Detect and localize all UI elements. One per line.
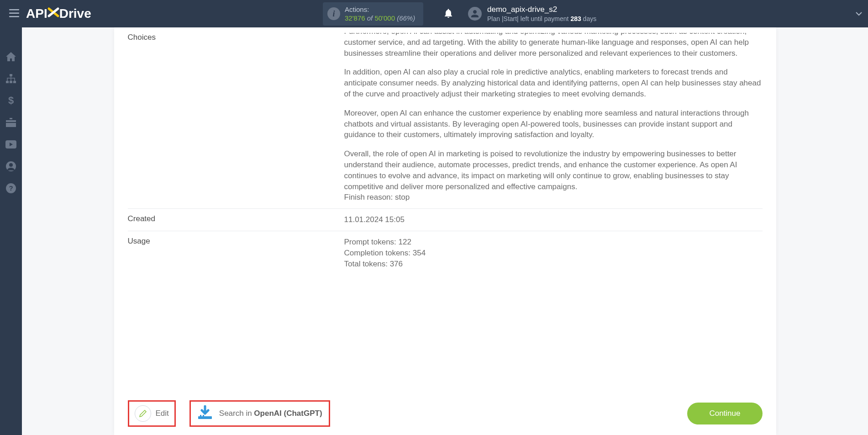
svg-text:$: $ xyxy=(8,95,14,106)
content-area: Choices Furthermore, open AI can assist … xyxy=(22,27,868,435)
search-openai-button[interactable]: Search in OpenAI (ChatGPT) xyxy=(189,400,330,427)
info-icon: i xyxy=(327,7,340,20)
svg-text:?: ? xyxy=(9,184,13,192)
logo-api: API xyxy=(26,6,47,21)
continue-button[interactable]: Continue xyxy=(687,403,762,424)
sidebar-youtube-icon[interactable] xyxy=(0,133,22,155)
svg-rect-15 xyxy=(203,415,204,416)
actions-label: Actions: xyxy=(345,5,415,14)
content-panel: Choices Furthermore, open AI can assist … xyxy=(114,27,776,435)
notifications-bell-icon[interactable] xyxy=(444,8,453,20)
sidebar-flow-icon[interactable] xyxy=(0,68,22,90)
user-name: demo_apix-drive_s2 xyxy=(487,5,596,15)
sidebar-dollar-icon[interactable]: $ xyxy=(0,90,22,111)
choices-label: Choices xyxy=(128,33,344,42)
user-plan: Plan |Start| left until payment 283 days xyxy=(487,15,596,23)
svg-rect-1 xyxy=(9,13,19,14)
sidebar-user-icon[interactable] xyxy=(0,155,22,177)
svg-rect-3 xyxy=(10,74,12,76)
user-avatar-icon xyxy=(468,7,482,21)
edit-button[interactable]: Edit xyxy=(128,400,176,427)
top-header: API Drive i Actions: 32'876 of 50'000 (6… xyxy=(0,0,868,27)
download-icon xyxy=(197,405,213,422)
svg-rect-5 xyxy=(10,81,12,83)
choices-value: Furthermore, open AI can assist in autom… xyxy=(344,33,763,203)
pencil-icon xyxy=(135,405,151,422)
actions-counter[interactable]: i Actions: 32'876 of 50'000 (66%) xyxy=(323,2,423,26)
footer-bar: Edit Search in OpenAI (ChatGPT) Continue xyxy=(114,392,776,435)
svg-rect-14 xyxy=(200,415,201,416)
sidebar-briefcase-icon[interactable] xyxy=(0,111,22,133)
logo-drive: Drive xyxy=(59,6,91,21)
usage-label: Usage xyxy=(128,237,344,269)
sidebar-help-icon[interactable]: ? xyxy=(0,177,22,199)
sidebar-home-icon[interactable] xyxy=(0,46,22,68)
user-section[interactable]: demo_apix-drive_s2 Plan |Start| left unt… xyxy=(468,5,596,23)
created-label: Created xyxy=(128,214,344,225)
usage-value: Prompt tokens: 122 Completion tokens: 35… xyxy=(344,237,763,269)
row-usage: Usage Prompt tokens: 122 Completion toke… xyxy=(128,231,763,275)
actions-text: Actions: 32'876 of 50'000 (66%) xyxy=(345,5,415,23)
actions-numbers: 32'876 of 50'000 (66%) xyxy=(345,14,415,23)
logo-x-icon xyxy=(47,5,60,22)
hamburger-menu-icon[interactable] xyxy=(5,7,24,20)
left-sidebar: $ ? xyxy=(0,27,22,435)
svg-rect-0 xyxy=(9,9,19,11)
svg-rect-13 xyxy=(198,416,212,419)
row-choices: Choices Furthermore, open AI can assist … xyxy=(128,27,763,209)
search-label: Search in OpenAI (ChatGPT) xyxy=(219,409,322,418)
edit-label: Edit xyxy=(156,409,169,418)
chevron-down-icon[interactable] xyxy=(855,10,863,18)
svg-point-10 xyxy=(9,163,13,167)
svg-rect-6 xyxy=(13,81,16,83)
user-info: demo_apix-drive_s2 Plan |Start| left unt… xyxy=(487,5,596,23)
svg-rect-2 xyxy=(9,16,19,17)
svg-rect-4 xyxy=(6,81,9,83)
logo[interactable]: API Drive xyxy=(26,5,91,22)
created-value: 11.01.2024 15:05 xyxy=(344,214,763,225)
row-created: Created 11.01.2024 15:05 xyxy=(128,209,763,231)
